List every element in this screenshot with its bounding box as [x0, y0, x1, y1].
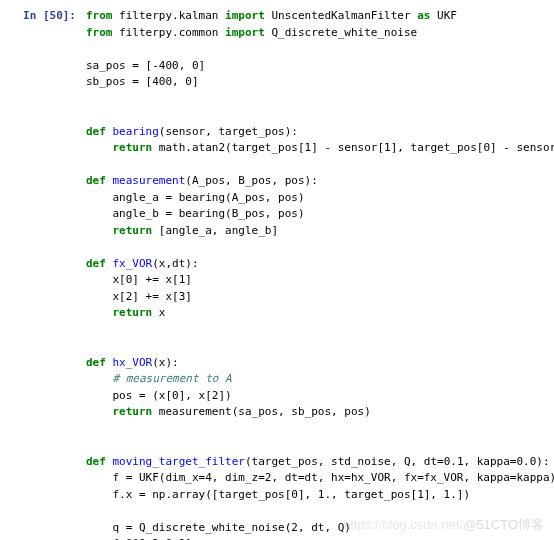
kw-as: as [417, 9, 430, 22]
def-moving-target-filter: moving_target_filter [113, 455, 245, 468]
kw-import: import [225, 9, 265, 22]
def-measurement: measurement [113, 174, 186, 187]
assign-sb-pos: sb_pos = [400, 0] [86, 75, 199, 88]
def-bearing: bearing [113, 125, 159, 138]
def-hx-vor: hx_VOR [113, 356, 153, 369]
code-cell: In [50]: from filterpy.kalman import Uns… [12, 8, 542, 540]
input-prompt: In [50]: [12, 8, 86, 25]
assign-sa-pos: sa_pos = [-400, 0] [86, 59, 205, 72]
kw-from: from [86, 9, 113, 22]
code-body[interactable]: from filterpy.kalman import UnscentedKal… [86, 8, 554, 540]
def-fx-vor: fx_VOR [113, 257, 153, 270]
comment: # measurement to A [113, 372, 232, 385]
